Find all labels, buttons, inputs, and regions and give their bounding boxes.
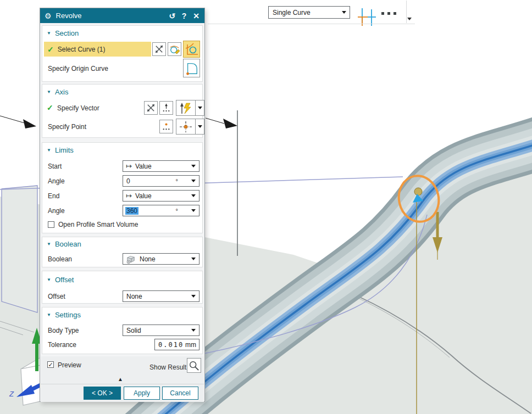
dialog-title: Revolve [56, 12, 82, 20]
boolean-group-title: Boolean [55, 240, 81, 248]
toolbar-divider-line [208, 24, 415, 24]
offset-value: None [126, 293, 142, 300]
revolve-dialog: ⚙ Revolve ↺ ? ✕ ▼ Section ✓ Select Curve… [40, 8, 205, 402]
section-group: ▼ Section ✓ Select Curve (1) [42, 25, 203, 82]
chevron-down-icon [198, 125, 202, 128]
body-type-value: Solid [126, 327, 141, 334]
curve-rule-combobox[interactable]: Single Curve [268, 6, 350, 19]
help-button[interactable]: ? [178, 12, 190, 20]
end-angle-value-selected: 360 [125, 207, 138, 215]
apply-button[interactable]: Apply [124, 387, 160, 400]
cancel-button[interactable]: Cancel [162, 387, 198, 400]
chevron-down-icon [198, 107, 202, 109]
ok-button[interactable]: < OK > [84, 387, 121, 400]
point-dialog-button[interactable] [159, 120, 173, 133]
boolean-value: None [140, 255, 156, 263]
chevron-down-icon [191, 209, 196, 212]
value-map-icon: ↦ [126, 162, 132, 170]
chevron-down-icon [191, 258, 196, 260]
z-axis-label: Z [9, 390, 14, 398]
crossed-arrows-icon [146, 103, 156, 113]
settings-group-header[interactable]: ▼ Settings [47, 311, 81, 319]
close-button[interactable]: ✕ [190, 12, 202, 20]
check-icon: ✓ [48, 361, 53, 368]
more-options-icon[interactable] [381, 12, 396, 15]
settings-group-title: Settings [55, 311, 81, 319]
offset-group: ▼ Offset Offset None [42, 271, 203, 304]
boolean-dropdown[interactable]: None [123, 253, 199, 265]
show-result-button[interactable] [187, 358, 201, 373]
inferred-vector-button[interactable] [176, 100, 196, 116]
gear-icon: ⚙ [45, 12, 52, 20]
curve-rule-button[interactable] [183, 41, 200, 58]
dialog-collapse-button[interactable]: ▲ [118, 376, 123, 382]
sketch-section-icon [169, 44, 180, 55]
preview-label: Preview [58, 361, 81, 369]
vector-options-dropdown[interactable] [195, 100, 204, 116]
dialog-footer: ✓ Preview Show Result ▲ < OK > Apply Can… [41, 356, 204, 402]
vector-dialog-button[interactable] [159, 101, 173, 115]
chevron-down-icon [342, 11, 346, 14]
offset-group-header[interactable]: ▼ Offset [47, 276, 74, 284]
boolean-group-header[interactable]: ▼ Boolean [47, 240, 81, 248]
origin-curve-icon [185, 60, 199, 76]
vector-dialog-icon [161, 103, 171, 113]
specify-point-label: Specify Point [48, 123, 86, 131]
specify-vector-label: Specify Vector [57, 104, 99, 112]
curve-rule-value: Single Curve [273, 9, 311, 16]
inferred-point-button[interactable] [176, 119, 196, 135]
deselect-button[interactable] [152, 42, 166, 56]
section-group-header[interactable]: ▼ Section [47, 29, 79, 37]
inferred-point-icon [179, 120, 193, 133]
start-type-dropdown[interactable]: ↦ Value [123, 160, 199, 172]
check-icon: ✓ [47, 45, 54, 54]
limits-group-title: Limits [55, 146, 74, 154]
end-angle-input[interactable]: 360 ° [123, 205, 199, 216]
origin-point-handle[interactable] [414, 188, 422, 195]
chevron-down-icon [191, 165, 196, 167]
start-angle-input[interactable]: 0 ° [123, 175, 199, 187]
reset-button[interactable]: ↺ [166, 12, 178, 20]
preview-checkbox[interactable]: ✓ [47, 361, 54, 368]
collapse-triangle-icon: ▼ [47, 31, 51, 36]
axis-group: ▼ Axis ✓ Specify Vector [42, 84, 203, 138]
collapse-triangle-icon: ▼ [47, 242, 51, 247]
chevron-down-icon [191, 295, 196, 298]
check-icon: ✓ [47, 104, 53, 111]
open-profile-checkbox[interactable] [48, 221, 54, 228]
chevron-down-icon [191, 329, 196, 332]
axis-group-title: Axis [55, 88, 69, 96]
collapse-triangle-icon: ▼ [47, 148, 51, 153]
tolerance-input[interactable]: 0.010 mm [154, 339, 199, 350]
value-map-icon: ↦ [126, 192, 132, 200]
offset-dropdown[interactable]: None [123, 290, 199, 302]
sketch-section-button[interactable] [168, 42, 181, 56]
collapse-triangle-icon: ▼ [47, 278, 51, 282]
collapse-triangle-icon: ▼ [47, 90, 51, 94]
curve-rule-icon [185, 43, 198, 56]
limits-group-header[interactable]: ▼ Limits [47, 146, 74, 154]
specify-origin-curve-button[interactable] [183, 59, 200, 77]
select-curve-row[interactable]: ✓ Select Curve (1) [44, 42, 151, 57]
end-angle-label: Angle [48, 207, 65, 215]
degree-symbol: ° [176, 178, 178, 184]
vector-deselect-button[interactable] [144, 101, 158, 115]
start-label: Start [48, 163, 62, 170]
axis-group-header[interactable]: ▼ Axis [47, 88, 68, 96]
toolbar-expand-chevron-icon[interactable] [407, 18, 412, 20]
select-curve-label: Select Curve (1) [58, 46, 106, 53]
dialog-titlebar[interactable]: ⚙ Revolve ↺ ? ✕ [40, 8, 204, 23]
magnifier-icon [189, 360, 199, 371]
end-label: End [48, 192, 59, 200]
boolean-none-icon [125, 254, 136, 264]
body-type-label: Body Type [48, 327, 79, 334]
tolerance-unit: mm [185, 341, 196, 349]
point-options-dropdown[interactable] [195, 119, 204, 135]
body-type-dropdown[interactable]: Solid [123, 325, 199, 336]
show-result-label: Show Result [149, 363, 186, 371]
end-type-dropdown[interactable]: ↦ Value [123, 190, 199, 202]
footer-divider [41, 384, 204, 384]
start-type-value: Value [135, 163, 152, 170]
toolbar-separator [406, 1, 407, 23]
leader-arrow-left [0, 116, 36, 128]
